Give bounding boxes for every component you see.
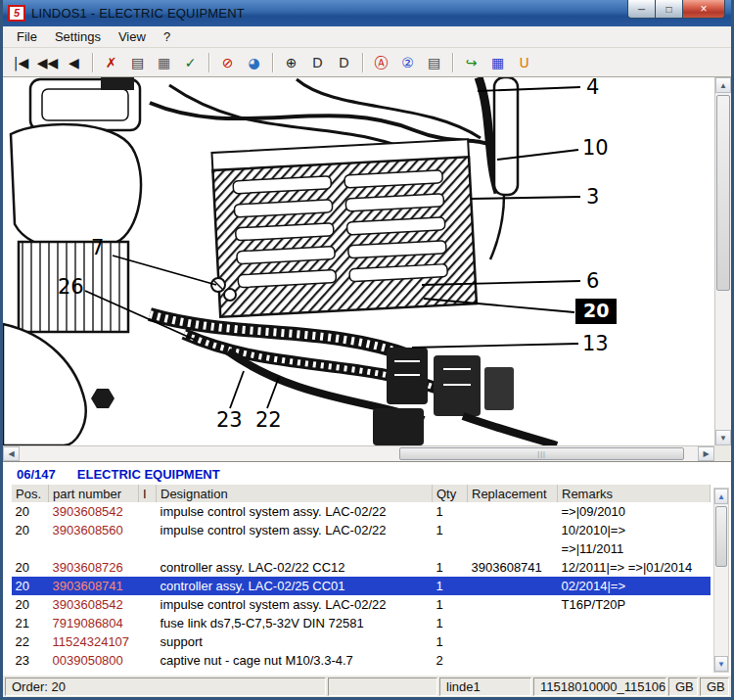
scroll-down-icon[interactable]: ▼ (715, 430, 731, 445)
menu-help[interactable]: ? (155, 26, 179, 47)
toolbar-export-button[interactable]: ↪ (459, 51, 483, 74)
table-scroll-thumb[interactable] (715, 506, 727, 567)
toolbar-nav-back-button[interactable]: ◀ (62, 51, 86, 74)
stamp-icon: ▦ (158, 56, 170, 70)
toolbar-confirm-sheet-button[interactable]: ✓ (178, 51, 203, 74)
menu-file[interactable]: File (8, 26, 46, 47)
table-row[interactable]: 203903608726controller assy. LAC-02/22 C… (12, 558, 711, 577)
drawing-horizontal-scrollbar[interactable]: ◀ ||| ▶ (3, 445, 714, 461)
column-header-part-number[interactable]: part number (49, 485, 139, 502)
toolbar-separator (92, 53, 93, 72)
cell-pos (12, 539, 49, 558)
cell-qty: 2 (433, 651, 468, 670)
toolbar-page-view-1-button[interactable]: D (305, 51, 330, 74)
cell-replacement (468, 614, 558, 632)
cell-part: 3903608560 (49, 521, 139, 539)
table-row[interactable]: 203903608741controller assy. LAC-02/25 C… (12, 577, 711, 595)
cell-replacement (468, 577, 558, 595)
vertical-scroll-track[interactable] (715, 93, 731, 430)
cell-designation: captive nut - cage nut M10/3.3-4.7 (157, 651, 433, 670)
column-header-designation[interactable]: Designation (157, 485, 433, 502)
status-segment-1 (328, 677, 437, 696)
table-row[interactable]: 203903608542impulse control system assy.… (12, 595, 711, 614)
table-row[interactable]: 230039050800captive nut - cage nut M10/3… (12, 651, 711, 670)
table-row[interactable]: 203903608560impulse control system assy.… (12, 521, 711, 539)
pie-view-icon: ◕ (248, 56, 259, 70)
toolbar-exit-u-button[interactable]: U (512, 51, 536, 74)
minimize-button[interactable]: ─ (627, 0, 656, 19)
toolbar-pie-view-button[interactable]: ◕ (242, 51, 266, 74)
cell-designation: support (157, 632, 433, 651)
cell-i (139, 577, 157, 595)
callout-7[interactable]: 7 (91, 238, 104, 258)
scroll-up-icon[interactable]: ▲ (715, 77, 731, 93)
cell-remarks: T16P/T20P (558, 595, 711, 614)
table-row[interactable]: 217919086804fuse link ds7,5-C7,5-32V DIN… (12, 614, 711, 632)
menu-view[interactable]: View (110, 26, 155, 47)
toolbar-separator (208, 53, 209, 72)
cell-i (139, 558, 157, 577)
toolbar-no-annotate-button[interactable]: ⊘ (215, 51, 240, 74)
cell-pos: 22 (12, 632, 49, 651)
cell-designation: impulse control system assy. LAC-02/22 (157, 521, 433, 539)
table-row[interactable]: =>|11/2011 (12, 539, 711, 558)
drawing-vertical-scrollbar[interactable]: ▲ ▼ (714, 77, 731, 445)
cell-i (139, 632, 157, 651)
callout-23[interactable]: 23 (216, 410, 243, 431)
table-vertical-scrollbar[interactable]: ▲ ▼ (713, 488, 729, 673)
callout-13[interactable]: 13 (582, 334, 609, 354)
toolbar-nav-back-fast-button[interactable]: ◀◀ (35, 51, 60, 74)
toolbar-mosaic-button[interactable]: ▦ (485, 51, 510, 74)
toolbar-separator (362, 53, 363, 72)
vertical-scroll-thumb[interactable] (716, 95, 730, 291)
menu-settings[interactable]: Settings (46, 26, 110, 47)
toolbar-hotspot-a-button[interactable]: Ⓐ (369, 51, 393, 74)
toolbar-zoom-button[interactable]: ⊕ (279, 51, 303, 74)
table-scroll-track[interactable] (714, 504, 728, 656)
scroll-left-icon[interactable]: ◀ (3, 446, 20, 461)
scroll-right-icon[interactable]: ▶ (698, 446, 714, 461)
callout-10[interactable]: 10 (582, 138, 609, 159)
callout-6[interactable]: 6 (586, 271, 599, 292)
table-scroll-up-icon[interactable]: ▲ (714, 489, 728, 504)
cell-pos: 20 (12, 521, 49, 539)
maximize-button[interactable]: □ (656, 0, 682, 19)
cell-pos: 20 (12, 558, 49, 577)
titlebar: 5 LINDOS1 - ELECTRIC EQUIPMENT ─ □ × (3, 0, 731, 26)
menubar: FileSettingsView? (3, 26, 731, 48)
column-header-qty[interactable]: Qty (433, 485, 468, 502)
callout-4[interactable]: 4 (586, 77, 599, 98)
toolbar-note-delete-button[interactable]: ✗ (99, 51, 123, 74)
column-header-replacement[interactable]: Replacement (468, 485, 558, 502)
table-row[interactable]: 2211524324107support1 (12, 632, 711, 651)
callout-20[interactable]: 20 (575, 299, 617, 324)
callout-26[interactable]: 26 (58, 277, 84, 298)
toolbar-stamp-button[interactable]: ▦ (152, 51, 176, 74)
cell-remarks (558, 651, 711, 670)
column-header-i[interactable]: I (139, 485, 157, 502)
table-scroll-down-icon[interactable]: ▼ (714, 656, 728, 672)
cell-replacement (468, 502, 558, 521)
callout-3[interactable]: 3 (586, 187, 599, 208)
close-button[interactable]: × (682, 0, 725, 19)
toolbar-separator (272, 53, 273, 72)
nav-back-fast-icon: ◀◀ (37, 56, 59, 70)
horizontal-scroll-thumb[interactable]: ||| (399, 447, 684, 460)
cell-replacement: 3903608741 (468, 558, 558, 577)
toolbar-hotspot-2-button[interactable]: ② (395, 51, 420, 74)
parts-table: Pos.part numberIDesignationQtyReplacemen… (11, 485, 711, 670)
cell-part: 3903608542 (49, 502, 139, 521)
callout-22[interactable]: 22 (255, 410, 282, 431)
horizontal-scroll-track[interactable]: ||| (20, 446, 698, 461)
column-header-pos[interactable]: Pos. (12, 485, 49, 502)
toolbar-copy-notes-button[interactable]: ▤ (125, 51, 150, 74)
column-header-remarks[interactable]: Remarks (558, 485, 711, 502)
cell-remarks: =>|11/2011 (558, 539, 711, 558)
toolbar-page-view-2-button[interactable]: D (332, 51, 356, 74)
toolbar-print-button[interactable]: ▤ (422, 51, 446, 74)
cell-i (139, 651, 157, 670)
cell-remarks: 12/2011|=> =>|01/2014 (558, 558, 711, 577)
table-row[interactable]: 203903608542impulse control system assy.… (12, 502, 711, 521)
toolbar-nav-first-button[interactable]: |◀ (9, 51, 33, 74)
cell-qty: 1 (433, 521, 468, 539)
